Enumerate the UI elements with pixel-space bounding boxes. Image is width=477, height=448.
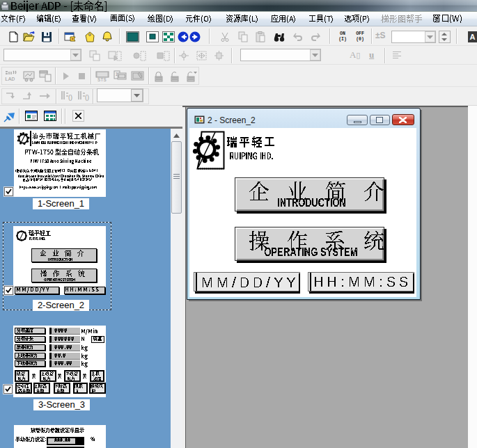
svg-text:LAD: LAD <box>5 76 15 82</box>
svg-text:(): () <box>68 94 72 101</box>
svg-text:(): () <box>85 94 89 101</box>
svg-text:STS: STS <box>97 77 107 82</box>
